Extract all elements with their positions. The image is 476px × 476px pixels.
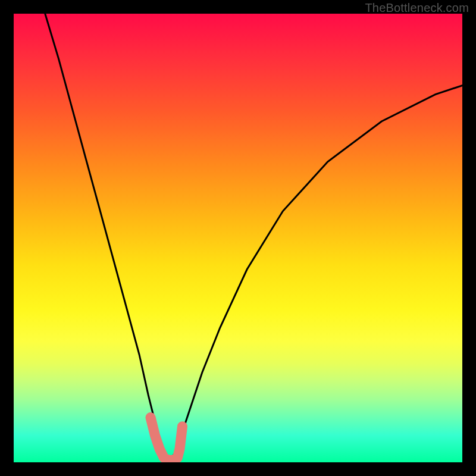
chart-frame: TheBottleneck.com [0, 0, 476, 476]
plot-area [14, 14, 462, 462]
highlight-segment [151, 418, 183, 461]
curve-svg [14, 14, 462, 462]
bottleneck-curve [45, 14, 462, 458]
watermark-text: TheBottleneck.com [365, 1, 469, 15]
